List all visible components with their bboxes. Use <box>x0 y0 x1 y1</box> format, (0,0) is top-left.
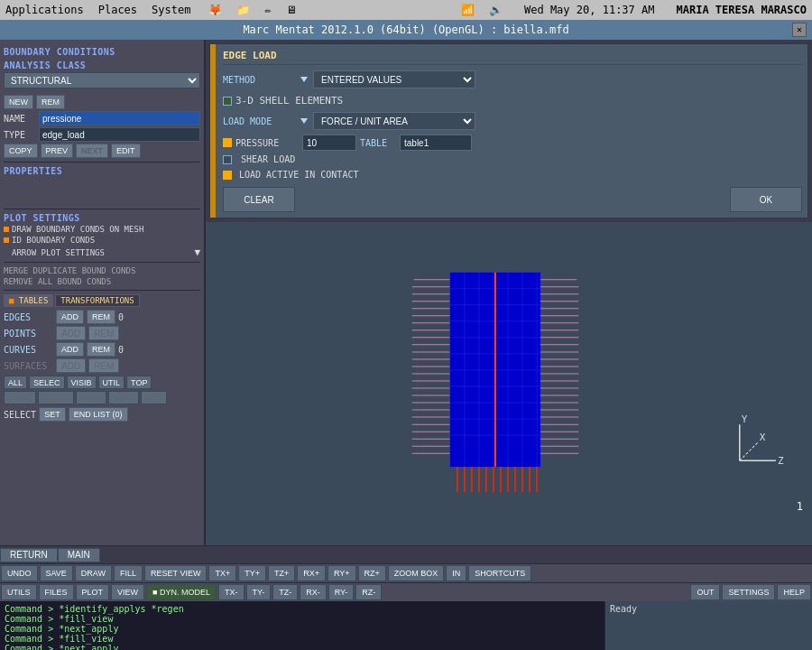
ok-button[interactable]: OK <box>730 187 802 212</box>
dialog-left-border <box>210 44 216 218</box>
merge-dup-item[interactable]: MERGE DUPLICATE BOUND CONDS <box>4 266 200 275</box>
rz-plus-btn[interactable]: RZ+ <box>358 565 386 581</box>
all-btn[interactable]: ALL <box>4 376 27 389</box>
fill-btn[interactable]: FILL <box>114 565 143 581</box>
cmd-line-2: Command > *fill_view <box>5 614 600 624</box>
rem-button[interactable]: REM <box>36 95 65 109</box>
shear-checkbox[interactable] <box>223 155 232 164</box>
surfaces-add[interactable]: ADD <box>56 358 86 373</box>
curves-rem[interactable]: REM <box>87 342 115 357</box>
new-button[interactable]: NEW <box>4 95 33 109</box>
settings-btn[interactable]: SETTINGS <box>722 584 775 600</box>
unsel-btn[interactable]: UNSEL <box>38 391 74 404</box>
top-btn[interactable]: TOP <box>126 376 152 389</box>
bot-btn[interactable]: BOT <box>141 391 167 404</box>
main-button[interactable]: MAIN <box>58 548 100 562</box>
rx-plus-btn[interactable]: RX+ <box>297 565 326 581</box>
content-area: MSC Software EDGE LOAD METHOD ENTERED VA… <box>206 40 812 545</box>
contact-indicator <box>223 171 232 180</box>
arrow-dropdown-icon: ▼ <box>194 246 200 258</box>
reset-view-btn[interactable]: RESET VIEW <box>144 565 207 581</box>
selec-btn[interactable]: SELEC <box>29 376 65 389</box>
name-input[interactable] <box>39 111 200 125</box>
curves-add[interactable]: ADD <box>56 342 84 357</box>
visib-btn[interactable]: VISIB <box>67 376 97 389</box>
ry-plus-btn[interactable]: RY+ <box>328 565 356 581</box>
toolbar-row-1: UNDO SAVE DRAW FILL RESET VIEW TX+ TY+ T… <box>0 564 812 583</box>
curves-count: 0 <box>118 345 132 355</box>
surfaces-rem[interactable]: REM <box>88 358 119 373</box>
clear-button[interactable]: CLEAR <box>223 187 295 212</box>
sort-btn[interactable]: SORT <box>108 391 140 404</box>
method-label: METHOD <box>223 75 295 85</box>
exist-btn[interactable]: EXIST <box>4 391 36 404</box>
tz-minus-btn[interactable]: TZ- <box>272 584 298 600</box>
invis-btn[interactable]: INVIS <box>76 391 106 404</box>
shear-label: SHEAR LOAD <box>241 154 295 164</box>
shell-elements-row[interactable]: 3-D SHELL ELEMENTS <box>223 93 802 108</box>
type-input[interactable] <box>39 127 200 142</box>
volume-icon[interactable]: 🔊 <box>489 4 503 16</box>
edges-rem[interactable]: REM <box>87 310 115 324</box>
out-btn[interactable]: OUT <box>690 584 720 600</box>
save-btn[interactable]: SAVE <box>40 565 73 581</box>
view-btn[interactable]: VIEW <box>111 584 144 600</box>
edit-button[interactable]: EDIT <box>111 144 141 158</box>
prev-button[interactable]: PREV <box>41 144 74 158</box>
table-input[interactable] <box>400 135 472 151</box>
util-btn[interactable]: UTIL <box>98 376 125 389</box>
dyn-model-btn[interactable]: ■ DYN. MODEL <box>146 584 217 600</box>
pressure-input[interactable] <box>302 135 356 151</box>
shell-elements-checkbox[interactable] <box>223 97 232 106</box>
copy-button[interactable]: COPY <box>4 144 38 158</box>
utils-btn[interactable]: UTILS <box>1 584 37 600</box>
edit-icon[interactable]: ✏️ <box>264 4 271 16</box>
ty-plus-btn[interactable]: TY+ <box>238 565 266 581</box>
tz-plus-btn[interactable]: TZ+ <box>268 565 295 581</box>
zoom-box-btn[interactable]: ZOOM BOX <box>388 565 445 581</box>
edges-add[interactable]: ADD <box>56 310 84 324</box>
username: MARIA TERESA MARASCO <box>677 4 807 16</box>
remove-all-item[interactable]: REMOVE ALL BOUND CONDS <box>4 277 200 286</box>
draw-boundary-conds-item[interactable]: DRAW BOUNDARY CONDS ON MESH <box>4 225 200 234</box>
load-mode-label: LOAD MODE <box>223 116 295 126</box>
in-btn[interactable]: IN <box>446 565 466 581</box>
set-btn[interactable]: SET <box>39 407 66 422</box>
bottom-toolbar: UNDO SAVE DRAW FILL RESET VIEW TX+ TY+ T… <box>0 563 812 601</box>
tx-minus-btn[interactable]: TX- <box>218 584 245 600</box>
tables-tab[interactable]: ■ TABLES <box>4 294 53 307</box>
end-list-btn[interactable]: END LIST (0) <box>69 407 128 422</box>
close-button[interactable]: ✕ <box>792 23 807 37</box>
draw-btn[interactable]: DRAW <box>75 565 112 581</box>
ry-minus-btn[interactable]: RY- <box>328 584 355 600</box>
topbar-places[interactable]: Places <box>98 4 137 16</box>
help-btn[interactable]: HELP <box>777 584 811 600</box>
folder-icon[interactable]: 📁 <box>236 4 250 16</box>
points-add[interactable]: ADD <box>56 326 86 340</box>
properties-title: PROPERTIES <box>4 166 200 176</box>
shortcuts-btn[interactable]: SHORTCUTS <box>468 565 531 581</box>
ty-minus-btn[interactable]: TY- <box>246 584 272 600</box>
rz-minus-btn[interactable]: RZ- <box>355 584 382 600</box>
id-boundary-conds-item[interactable]: ID BOUNDARY CONDS <box>4 236 200 245</box>
analysis-class-dropdown[interactable]: STRUCTURAL <box>4 72 200 88</box>
return-button[interactable]: RETURN <box>0 548 58 562</box>
topbar-applications[interactable]: Applications <box>5 4 84 16</box>
topbar-system[interactable]: System <box>152 4 190 16</box>
arrow-plot-item[interactable]: ARROW PLOT SETTINGS ▼ <box>4 246 200 258</box>
undo-btn[interactable]: UNDO <box>1 565 38 581</box>
points-rem[interactable]: REM <box>88 326 119 340</box>
cmd-line-5: Command > *next_apply <box>5 644 600 650</box>
terminal-icon[interactable]: 🖥 <box>286 4 297 16</box>
files-btn[interactable]: FILES <box>39 584 74 600</box>
rx-minus-btn[interactable]: RX- <box>300 584 327 600</box>
next-button[interactable]: NEXT <box>76 144 108 158</box>
plot-btn[interactable]: PLOT <box>76 584 110 600</box>
clock: Wed May 20, 11:37 AM <box>524 4 655 16</box>
transformations-tab[interactable]: TRANSFORMATIONS <box>55 294 139 307</box>
method-dropdown[interactable]: ENTERED VALUES <box>313 70 475 88</box>
tx-plus-btn[interactable]: TX+ <box>208 565 236 581</box>
load-mode-dropdown[interactable]: FORCE / UNIT AREA <box>313 112 475 130</box>
network-icon[interactable]: 📶 <box>461 4 475 16</box>
firefox-icon[interactable]: 🦊 <box>208 4 222 16</box>
